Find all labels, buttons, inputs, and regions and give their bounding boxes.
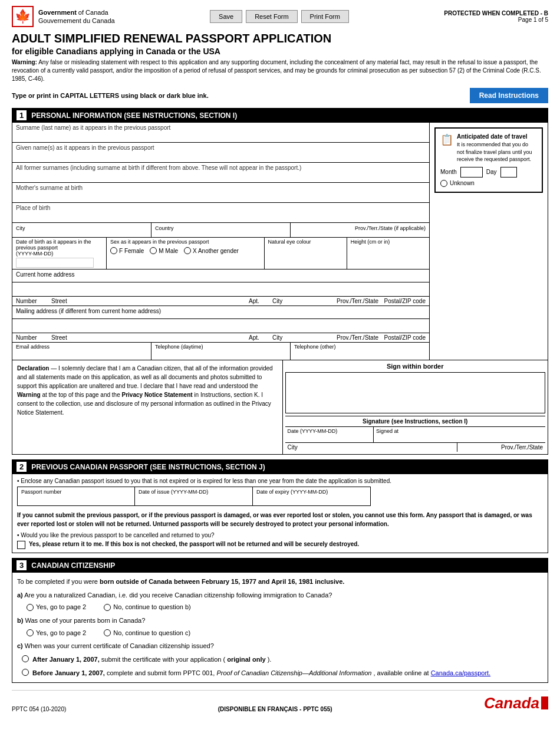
dob-input[interactable] (16, 258, 94, 268)
mailing-address-sublabels: Number Street Apt. City Prov./Terr./Stat… (12, 333, 429, 343)
sex-female-option[interactable]: F Female (110, 247, 144, 254)
email-input[interactable] (16, 350, 147, 359)
calendar-icon: 📋 (440, 133, 453, 146)
travel-month-input[interactable] (460, 167, 483, 178)
declaration-signature-section: Declaration — I solemnly declare that I … (12, 360, 548, 455)
print-form-button[interactable]: Print Form (301, 10, 349, 23)
question-b-options: Yes, go to page 2 No, continue to questi… (27, 627, 543, 639)
height-input[interactable] (351, 247, 426, 256)
signature-box (285, 372, 546, 413)
reset-form-button[interactable]: Reset Form (246, 10, 297, 23)
cannot-submit-text: If you cannot submit the previous passpo… (17, 511, 543, 528)
dob-sex-row: Date of birth as it appears in the previ… (12, 238, 429, 270)
qc-after-radio[interactable] (22, 655, 29, 662)
email-phone-row: Email address Telephone (daytime) Teleph… (12, 343, 429, 360)
unknown-radio[interactable] (440, 180, 447, 187)
mailing-address-input[interactable] (12, 319, 429, 330)
type-print-label: Type or print in CAPITAL LETTERS using b… (12, 92, 209, 99)
date-signed-input[interactable] (288, 435, 371, 441)
qc-before-row: Before January 1, 2007, complete and sub… (22, 668, 543, 679)
qc-after-row: After January 1, 2007, submit the certif… (22, 654, 543, 665)
place-of-birth-field: Place of birth (12, 203, 429, 223)
travel-date-box: 📋 Anticipated date of travel It is recom… (434, 127, 543, 193)
section3-content: To be completed if you were born outside… (12, 573, 548, 683)
qb-yes-option[interactable]: Yes, go to page 2 (27, 627, 86, 639)
surname-input[interactable] (16, 132, 426, 140)
issue-date-input[interactable] (139, 495, 249, 504)
section3-intro: To be completed if you were born outside… (17, 576, 543, 587)
former-surnames-field: All former surnames (including surname a… (12, 163, 429, 183)
canada-wordmark: Canada (484, 694, 548, 712)
section2-content: • Enclose any Canadian passport issued t… (12, 474, 548, 553)
question-a-options: Yes, go to page 2 No, continue to questi… (27, 602, 543, 613)
question-b: b) Was one of your parents born in Canad… (17, 615, 543, 626)
phone-day-input[interactable] (155, 350, 286, 359)
sex-male-option[interactable]: M Male (150, 247, 178, 254)
section2-header: 2 PREVIOUS CANADIAN PASSPORT (SEE INSTRU… (12, 459, 548, 474)
sign-col: Sign within border Signature (see Instru… (283, 360, 548, 454)
phone-other-input[interactable] (294, 350, 426, 359)
sub-title: for eligible Canadians applying in Canad… (12, 47, 548, 56)
qa-yes-option[interactable]: Yes, go to page 2 (27, 602, 86, 613)
given-names-field: Given name(s) as it appears in the previ… (12, 143, 429, 163)
given-names-input[interactable] (16, 152, 426, 160)
declaration-col: Declaration — I solemnly declare that I … (12, 360, 283, 454)
eye-colour-input[interactable] (268, 247, 343, 256)
home-address-input[interactable] (12, 282, 429, 294)
home-address-label-row: Current home address (12, 270, 429, 282)
header-buttons: Save Reset Form Print Form (210, 10, 349, 23)
home-address-sublabels: Number Street Apt. City Prov./Terr./Stat… (12, 297, 429, 306)
type-print-row: Type or print in CAPITAL LETTERS using b… (12, 88, 548, 103)
main-title: ADULT SIMPLIFIED RENEWAL PASSPORT APPLIC… (12, 32, 548, 45)
place-of-birth-input[interactable] (16, 212, 426, 221)
qc-before-radio[interactable] (22, 669, 29, 676)
yes-return-row: Yes, please return it to me. If this box… (17, 541, 543, 549)
qb-no-option[interactable]: No, continue to question c) (104, 627, 190, 639)
section1-header: 1 PERSONAL INFORMATION (SEE INSTRUCTIONS… (12, 108, 548, 123)
sex-other-option[interactable]: X Another gender (184, 247, 239, 254)
return-checkbox[interactable] (17, 541, 25, 549)
gov-name: Government of Canada Gouvernement du Can… (38, 8, 115, 25)
title-section: ADULT SIMPLIFIED RENEWAL PASSPORT APPLIC… (12, 32, 548, 83)
mothers-surname-field: Mother's surname at birth (12, 183, 429, 203)
mailing-address-label-row: Mailing address (if different from curre… (12, 306, 429, 319)
section3-header: 3 CANADIAN CITIZENSHIP (12, 558, 548, 573)
save-button[interactable]: Save (210, 10, 242, 23)
travel-date-sidebar: 📋 Anticipated date of travel It is recom… (430, 123, 548, 360)
passport-fields-row: Passport number Date of issue (YYYY-MM-D… (17, 487, 543, 506)
date-signed-row: Date (YYYY-MM-DD) Signed at (285, 426, 546, 442)
read-instructions-button[interactable]: Read Instructions (470, 88, 548, 103)
expiry-date-input[interactable] (256, 495, 367, 504)
passport-num-input[interactable] (21, 495, 131, 504)
canada-flag-bar (541, 696, 548, 709)
question-a: a) Are you a naturalized Canadian, i.e. … (17, 590, 543, 601)
travel-day-input[interactable] (500, 167, 517, 178)
question-c: c) When was your current certificate of … (17, 640, 543, 652)
mothers-surname-input[interactable] (16, 192, 426, 201)
page-footer: PPTC 054 (10-2020) (DISPONIBLE EN FRANÇA… (12, 690, 548, 712)
protected-info: PROTECTED WHEN COMPLETED - B Page 1 of 5 (444, 10, 548, 23)
surname-field: Surname (last name) as it appears in the… (12, 123, 429, 143)
city-country-prov-row: City Country Prov./Terr./State (if appli… (12, 223, 429, 238)
government-logo: 🍁 Government of Canada Gouvernement du C… (12, 6, 115, 27)
warning-text: Warning: Any false or misleading stateme… (12, 58, 548, 83)
former-surnames-input[interactable] (16, 172, 426, 180)
city-prov-row: City Prov./Terr./State (285, 442, 546, 452)
qa-no-option[interactable]: No, continue to question b) (104, 602, 190, 613)
